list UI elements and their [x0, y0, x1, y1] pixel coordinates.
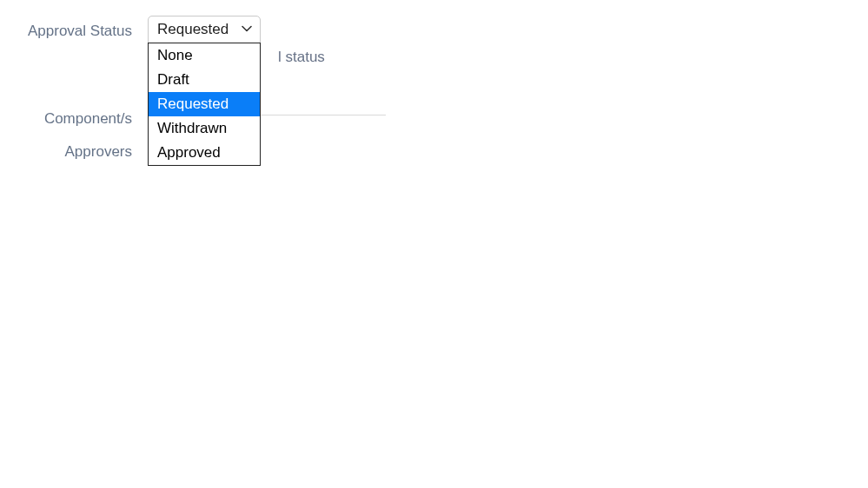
- approvers-row: Approvers: [0, 128, 868, 161]
- approval-status-label: Approval Status: [0, 16, 148, 40]
- approval-status-select[interactable]: Requested: [148, 16, 261, 43]
- dropdown-option-approved[interactable]: Approved: [149, 141, 260, 165]
- form-container: Approval Status Requested None Draft Req…: [0, 0, 868, 162]
- approval-status-selected-value: Requested: [157, 21, 229, 38]
- components-row: Component/s: [0, 43, 868, 128]
- components-label: Component/s: [0, 43, 148, 128]
- approval-status-field: Requested None Draft Requested Withdrawn…: [148, 16, 261, 43]
- dropdown-option-none[interactable]: None: [149, 43, 260, 68]
- dropdown-option-requested[interactable]: Requested: [149, 92, 260, 116]
- approvers-label: Approvers: [0, 128, 148, 161]
- approval-status-row: Approval Status Requested None Draft Req…: [0, 16, 868, 43]
- dropdown-option-withdrawn[interactable]: Withdrawn: [149, 116, 260, 141]
- dropdown-option-draft[interactable]: Draft: [149, 68, 260, 92]
- approval-status-hint-fragment: l status: [278, 49, 325, 66]
- chevron-down-icon: [242, 25, 252, 32]
- approval-status-dropdown: None Draft Requested Withdrawn Approved: [148, 43, 261, 166]
